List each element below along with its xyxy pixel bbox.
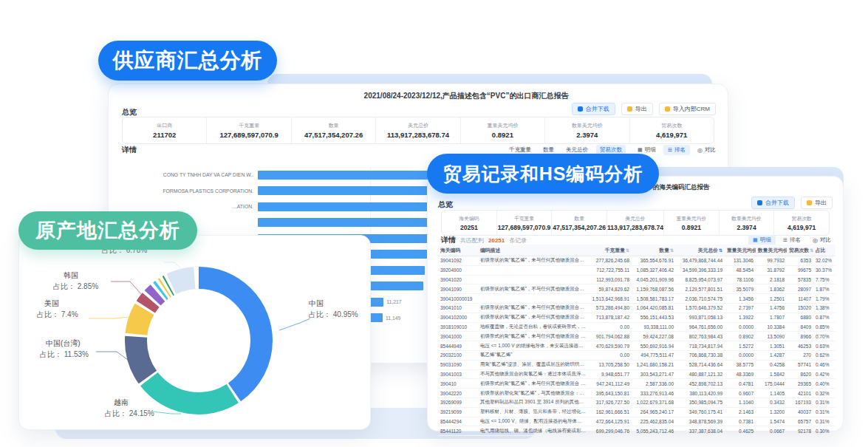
table-row[interactable]: 39269099其他塑料制品和品目 3901 至 3914 所列的其他材料制品（… — [438, 397, 835, 407]
donut-callout-korea: 韩国 占比： 2.85% — [53, 270, 98, 292]
report-title: 2021/08/24-2023/12/12,产品描述包含“PVC”的出口商汇总报… — [109, 91, 728, 101]
table-row[interactable]: 85441120电气用绕组线、铜、漆包绝缘（电线涂有瓷或彩瓷釉化）电线、电缆（包… — [438, 426, 835, 436]
match-prefix: 共匹配到 — [460, 236, 484, 245]
sort-icon: ⇅ — [810, 248, 813, 253]
column-header: 占比 — [813, 245, 835, 256]
bar-category-label: …ATION. — [122, 204, 258, 209]
export-icon — [627, 106, 632, 112]
donut-callout-vietnam: 越南 占比： 24.15% — [105, 397, 154, 419]
column-header[interactable]: 数量⇅ — [632, 245, 676, 256]
stat-5: 数量美元均价2.3974 — [719, 211, 774, 235]
compare-button[interactable]: ◎ 对比 — [697, 146, 716, 154]
rank-view-icon: ☰ — [668, 147, 672, 153]
badge-trade-hs-analysis: 贸易记录和HS编码分析 — [427, 154, 659, 194]
stat-2: 数量47,517,354,207.26 — [551, 211, 606, 235]
table-row[interactable]: 39041003不与其他物质混合的聚氯乙烯：通过本体或悬浮聚合工艺获得的聚氯乙…… — [438, 369, 835, 379]
callout-leader-line — [279, 318, 310, 330]
column-header[interactable]: 美元总价⇅ — [676, 245, 725, 256]
table-row[interactable]: 39204900712,722,755.111,085,327,406.4234… — [438, 265, 835, 275]
overview-stats: 海关编码20251千克重量127,689,597,070.9数量47,517,3… — [441, 210, 830, 236]
column-header[interactable]: 贸易次数⇅ — [787, 245, 813, 256]
badge-supplier-analysis: 供应商汇总分析 — [98, 41, 277, 81]
sort-icon: ⇅ — [626, 248, 629, 253]
detail-label: 详情 — [441, 235, 456, 245]
stat-0: 出口商211702 — [123, 117, 206, 143]
donut-callout-taiwan: 中国(台湾) 占比： 11.53% — [40, 338, 89, 360]
marketing-collage: 2021/08/24-2023/12/12,产品描述包含“PVC”的出口商汇总报… — [0, 0, 868, 447]
stat-3: 美元总价113,917,283,678.74 — [606, 211, 663, 235]
report-title-fragment: 的海关编码汇总报告 — [653, 183, 710, 192]
origin-analysis-card: 中国 占比： 40.95% 越南 占比： 24.15% 中国(台湾) 占比： 1… — [18, 235, 371, 430]
compare-icon: ◎ — [697, 147, 703, 154]
view-toggles: ▦明细☰排名 — [748, 235, 805, 245]
donut-callout-china: 中国 占比： 40.95% — [309, 298, 358, 320]
stat-2: 数量47,517,354,207.26 — [291, 117, 375, 143]
sort-icon: ⇅ — [719, 248, 722, 253]
column-header: 数量美元均价 — [756, 245, 787, 256]
table-row[interactable]: 39041090初级形状的聚“氯乙烯”，不与任何其他物质混合：其他层（氯乙烯）…… — [438, 284, 835, 294]
badge-origin-analysis: 原产地汇总分析 — [18, 211, 197, 250]
table-row[interactable]: 39041010初级形状的聚“氯乙烯”，未与任何其他物质混合：乳液法 PVC 树… — [438, 303, 835, 313]
stat-6: 贸易次数4,619,971 — [773, 211, 829, 235]
detail-view-icon: ▦ — [638, 147, 643, 153]
detail-label: 详情 — [122, 145, 137, 155]
compare-button[interactable]: ◎ 对比 — [813, 236, 831, 244]
table-row[interactable]: 39041020112,993,091.784,045,201,909.968,… — [438, 275, 835, 284]
callout-leader-line — [96, 352, 128, 360]
detail-view-icon: ▦ — [753, 237, 758, 243]
match-count: 20251 — [488, 237, 505, 244]
table-row[interactable]: 390410初级形式的聚“氯乙烯”，未与任何其他物质混合 + 未提供详细标签 +… — [438, 379, 835, 389]
callout-leader-line — [152, 412, 181, 414]
bar-value-label: 11,217 — [386, 299, 401, 304]
view-toggle-rank[interactable]: ☰排名 — [779, 235, 805, 245]
compare-icon: ◎ — [813, 237, 818, 244]
bar-category-label: CONG TY TNHH DAY VA CAP DIEN W.. — [122, 172, 258, 177]
export-button[interactable]: 导出 — [801, 197, 833, 209]
stat-5: 数量美元均价2.3974 — [544, 117, 629, 143]
import-crm-button[interactable]: 导入内部CRM — [659, 103, 716, 115]
hs-code-report-card: 的海关编码汇总报告 合并下载导出 总览 海关编码20251千克重量127,689… — [427, 176, 844, 431]
match-suffix: 条记录 — [509, 236, 527, 245]
overview-label: 总览 — [438, 199, 453, 210]
callout-leader-line — [164, 262, 181, 268]
donut-callout-usa: 美国 占比： 7.4% — [37, 298, 78, 320]
hs-code-table: 海关编码编码描述千克重量⇅数量⇅美元总价⇅重量美元均价数量美元均价贸易次数⇅占比… — [438, 245, 835, 436]
column-header: 重量美元均价 — [725, 245, 756, 256]
toolbar: 合并下载导出导入内部CRM — [572, 103, 716, 115]
table-row[interactable]: 3904102000初级形状的聚“氯乙烯”，未与任何其他物质混合：悬浮级 PVC… — [438, 313, 835, 322]
stat-4: 重量美元均价0.8921 — [460, 117, 544, 143]
merge-download-button[interactable]: 合并下载 — [751, 197, 795, 209]
overview-label: 总览 — [122, 107, 137, 117]
import-icon — [665, 106, 670, 112]
table-row[interactable]: 3918109010地板覆盖物，无论是否自粘，卷状或瓷砖形式，以及墙壁或天花板覆… — [438, 322, 835, 332]
table-row[interactable]: 39042220初级形状的塑化聚“氯乙烯”，与其他物质混合：颗粒395,643,… — [438, 389, 835, 398]
download-icon — [757, 200, 762, 205]
bar-category-label: FORMOSA PLASTICS CORPORATION. — [122, 188, 258, 194]
table-row[interactable]: 59031090用聚“氯乙烯”浸渍、涂层、覆盖或层压的纺织织物（不包括用聚“氯乙… — [438, 360, 835, 369]
stat-0: 海关编码20251 — [442, 211, 496, 235]
download-icon — [578, 106, 583, 112]
table-row[interactable]: 39041092初级形状的聚“氯乙烯”，未与任何其他物质混合：其他：粉末277,… — [438, 256, 835, 266]
view-toggle-detail[interactable]: ▦明细 — [748, 235, 776, 245]
table-row[interactable]: 85444294电压 <= 1,000 V、绝缘、配有连接器的电导体，其他：电压… — [438, 417, 835, 426]
column-header[interactable]: 千克重量⇅ — [589, 245, 632, 256]
view-toggle-rank[interactable]: ☰排名 — [663, 145, 690, 155]
callout-leader-line — [111, 281, 142, 295]
callout-leader-line — [89, 317, 129, 318]
column-header: 海关编码 — [438, 245, 478, 256]
merge-download-button[interactable]: 合并下载 — [572, 103, 615, 115]
overview-stats: 出口商211702千克重量127,689,597,070.9数量47,517,3… — [122, 117, 714, 144]
stat-1: 千克重量127,689,597,070.9 — [496, 211, 552, 235]
table-row[interactable]: 39219099塑料板材、片材、薄膜、箔片和条带，经过增化、层压、支撑或与其他…… — [438, 407, 835, 417]
table-row[interactable]: 85444949电压 <= 1,000 V 的绝缘电导体，未安装连接器，其他导体… — [438, 341, 835, 351]
stat-6: 贸易次数4,619,971 — [629, 117, 714, 143]
table-row[interactable]: 39041000初级形式的聚“氯乙烯”，未与任何其他物质混合 + 未提供详细标签… — [438, 332, 835, 341]
sort-icon: ⇅ — [670, 248, 674, 253]
stat-3: 美元总价113,917,283,678.74 — [375, 117, 459, 143]
export-button[interactable]: 导出 — [621, 103, 653, 115]
origin-donut-chart — [19, 236, 370, 429]
stat-1: 千克重量127,689,597,070.9 — [206, 117, 290, 143]
table-row[interactable]: 3904100000191,513,642,968.911,508,581,78… — [438, 294, 835, 304]
detail-controls-row: 详情 共匹配到 20251 条记录 ▦明细☰排名 ◎ 对比 — [441, 235, 831, 245]
table-row[interactable]: 29032100氯乙烯“氯乙烯”0.00494,775,511.47706,86… — [438, 350, 835, 360]
